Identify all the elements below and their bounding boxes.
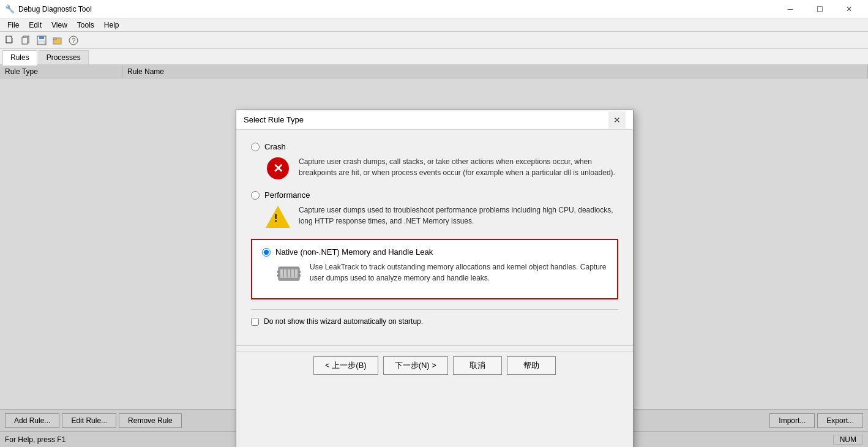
new-button[interactable] (2, 34, 17, 47)
back-button[interactable]: < 上一步(B) (313, 356, 378, 375)
svg-rect-18 (277, 274, 279, 277)
dialog-close-button[interactable]: ✕ (608, 111, 626, 129)
crash-desc: ✕ Capture user crash dumps, call stacks,… (251, 156, 618, 181)
crash-option-section: Crash ✕ Capture user crash dumps, call s… (251, 142, 618, 181)
crash-label-text: Crash (264, 142, 286, 151)
performance-radio[interactable] (251, 191, 260, 200)
svg-rect-0 (6, 36, 12, 43)
menu-edit[interactable]: Edit (24, 20, 47, 31)
dialog-footer: < 上一步(B) 下一步(N) > 取消 帮助 (236, 351, 633, 385)
content-area: Rule Type Rule Name Select Rule Type ✕ (0, 66, 868, 447)
startup-checkbox-label[interactable]: Do not show this wizard automatically on… (251, 317, 618, 326)
performance-radio-label[interactable]: Performance (251, 190, 618, 200)
menu-view[interactable]: View (47, 20, 72, 31)
native-radio[interactable] (262, 248, 271, 257)
toolbar: ? (0, 32, 868, 49)
copy-button[interactable] (18, 34, 33, 47)
native-label-text: Native (non-.NET) Memory and Handle Leak (275, 247, 433, 257)
open-button[interactable] (50, 34, 65, 47)
app-title: Debug Diagnostic Tool (18, 5, 92, 13)
native-description: Use LeakTrack to track outstanding memor… (310, 261, 607, 284)
memory-icon (277, 261, 301, 286)
dialog-title: Select Rule Type (244, 115, 304, 124)
svg-rect-17 (277, 271, 279, 273)
crash-icon: ✕ (266, 156, 290, 181)
menu-help[interactable]: Help (99, 20, 124, 31)
menu-file[interactable]: File (2, 20, 24, 31)
crash-radio[interactable] (251, 143, 260, 151)
title-bar: 🔧 Debug Diagnostic Tool ─ ☐ ✕ (0, 0, 868, 18)
native-radio-label[interactable]: Native (non-.NET) Memory and Handle Leak (262, 247, 607, 257)
checkbox-label-text: Do not show this wizard automatically on… (264, 317, 423, 326)
dialog-body: Crash ✕ Capture user crash dumps, call s… (236, 130, 633, 345)
crash-description: Capture user crash dumps, call stacks, o… (299, 156, 618, 178)
performance-desc: Capture user dumps used to troubleshoot … (251, 205, 618, 229)
divider (251, 309, 618, 310)
maximize-button[interactable]: ☐ (806, 0, 834, 18)
svg-rect-4 (39, 36, 44, 39)
svg-rect-19 (299, 271, 301, 273)
startup-checkbox[interactable] (251, 318, 259, 326)
footer-divider (236, 345, 633, 346)
cancel-button[interactable]: 取消 (453, 356, 502, 375)
window-controls: ─ ☐ ✕ (776, 0, 863, 18)
svg-rect-5 (39, 41, 45, 44)
help-toolbar-button[interactable]: ? (66, 34, 81, 47)
dialog-title-bar: Select Rule Type ✕ (236, 110, 633, 130)
performance-icon (266, 205, 290, 229)
svg-rect-16 (280, 276, 297, 278)
tab-rules[interactable]: Rules (2, 50, 37, 66)
performance-label-text: Performance (264, 190, 310, 200)
modal-overlay: Select Rule Type ✕ Crash ✕ (0, 66, 868, 447)
help-dialog-button[interactable]: 帮助 (507, 356, 556, 375)
crash-radio-label[interactable]: Crash (251, 142, 618, 151)
tab-processes[interactable]: Processes (39, 50, 89, 64)
select-rule-dialog: Select Rule Type ✕ Crash ✕ (236, 110, 634, 447)
save-button[interactable] (34, 34, 49, 47)
performance-description: Capture user dumps used to troubleshoot … (299, 205, 618, 227)
svg-rect-20 (299, 274, 301, 277)
svg-rect-2 (22, 37, 28, 44)
close-button[interactable]: ✕ (835, 0, 863, 18)
menu-tools[interactable]: Tools (72, 20, 99, 31)
app-icon: 🔧 (5, 4, 15, 14)
next-button[interactable]: 下一步(N) > (383, 356, 448, 375)
performance-option-section: Performance Capture user dumps used to t… (251, 190, 618, 229)
tabs-bar: Rules Processes (0, 49, 868, 66)
svg-rect-7 (53, 38, 56, 40)
minimize-button[interactable]: ─ (776, 0, 804, 18)
menu-bar: File Edit View Tools Help (0, 18, 868, 32)
svg-text:?: ? (72, 37, 76, 44)
native-desc: Use LeakTrack to track outstanding memor… (262, 261, 607, 286)
native-option-section: Native (non-.NET) Memory and Handle Leak (251, 239, 618, 299)
